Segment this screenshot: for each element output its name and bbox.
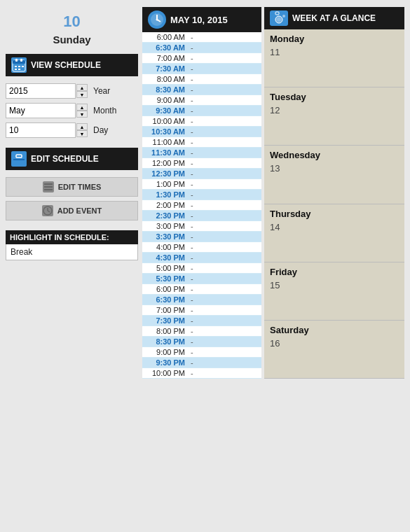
year-down-button[interactable]: ▼ xyxy=(76,91,88,98)
schedule-row: 3:30 PM- xyxy=(142,232,261,242)
schedule-event: - xyxy=(188,95,261,106)
svg-rect-6 xyxy=(22,66,24,67)
schedule-time: 10:00 AM xyxy=(142,116,188,127)
week-day-name: Wednesday xyxy=(270,150,399,160)
schedule-row: 4:00 PM- xyxy=(142,242,261,253)
schedule-event: - xyxy=(188,368,261,379)
svg-point-25 xyxy=(277,18,281,22)
schedule-row: 3:00 PM- xyxy=(142,221,261,232)
schedule-event: - xyxy=(188,53,261,64)
schedule-row: 10:00 PM- xyxy=(142,368,261,379)
schedule-event: - xyxy=(188,169,261,179)
year-input[interactable]: 2015 xyxy=(6,83,76,99)
schedule-event: - xyxy=(188,148,261,158)
svg-point-22 xyxy=(156,19,158,21)
schedule-time: 7:30 AM xyxy=(142,64,188,74)
svg-rect-4 xyxy=(15,66,17,67)
schedule-time: 11:00 AM xyxy=(142,137,188,148)
week-day-number: 16 xyxy=(270,338,399,349)
schedule-time: 10:00 PM xyxy=(142,368,188,379)
schedule-row: 9:00 AM- xyxy=(142,95,261,106)
week-area: WEEK AT A GLANCE Monday11Tuesday12Wednes… xyxy=(264,7,404,379)
sidebar: 10 Sunday VIEW SCHEDULE 2015 xyxy=(6,7,142,379)
schedule-time: 8:00 PM xyxy=(142,326,188,337)
week-day-block: Wednesday13 xyxy=(264,146,404,204)
year-field-row: 2015 ▲ ▼ Year xyxy=(6,83,138,99)
svg-rect-11 xyxy=(13,159,25,160)
schedule-time: 10:30 AM xyxy=(142,127,188,137)
week-day-name: Saturday xyxy=(270,325,399,335)
schedule-event: - xyxy=(188,127,261,137)
schedule-row: 12:30 PM- xyxy=(142,169,261,179)
briefcase-icon xyxy=(11,151,27,167)
svg-rect-14 xyxy=(44,189,53,190)
schedule-row: 7:30 PM- xyxy=(142,316,261,326)
svg-rect-8 xyxy=(18,69,20,70)
day-up-button[interactable]: ▲ xyxy=(76,123,88,130)
schedule-time: 1:00 PM xyxy=(142,179,188,190)
view-schedule-button[interactable]: VIEW SCHEDULE xyxy=(6,54,138,76)
svg-rect-26 xyxy=(275,12,279,15)
schedule-time: 3:30 PM xyxy=(142,232,188,242)
schedule-area: MAY 10, 2015 6:00 AM-6:30 AM-7:00 AM-7:3… xyxy=(142,7,261,379)
schedule-event: - xyxy=(188,358,261,368)
schedule-row: 8:30 PM- xyxy=(142,337,261,347)
schedule-row: 11:30 AM- xyxy=(142,148,261,158)
week-day-number: 12 xyxy=(270,105,399,115)
schedule-time: 2:00 PM xyxy=(142,200,188,211)
svg-rect-5 xyxy=(18,66,20,67)
edit-schedule-label: EDIT SCHEDULE xyxy=(31,154,99,164)
schedule-time: 1:30 PM xyxy=(142,190,188,200)
add-event-button[interactable]: ADD EVENT xyxy=(6,201,138,220)
month-spinner: ▲ ▼ xyxy=(76,104,88,118)
edit-times-button[interactable]: EDIT TIMES xyxy=(6,177,138,197)
month-up-button[interactable]: ▲ xyxy=(76,104,88,111)
main-container: 10 Sunday VIEW SCHEDULE 2015 xyxy=(0,0,410,384)
week-day-block: Tuesday12 xyxy=(264,88,404,146)
week-day-name: Tuesday xyxy=(270,92,399,102)
schedule-time: 5:00 PM xyxy=(142,263,188,274)
month-down-button[interactable]: ▼ xyxy=(76,111,88,118)
edit-schedule-button[interactable]: EDIT SCHEDULE xyxy=(6,148,138,170)
schedule-event: - xyxy=(188,337,261,347)
svg-rect-1 xyxy=(13,60,25,64)
day-label: Day xyxy=(93,125,108,135)
schedule-event: - xyxy=(188,295,261,305)
schedule-time: 12:00 PM xyxy=(142,158,188,169)
schedule-time: 9:00 AM xyxy=(142,95,188,106)
schedule-row: 10:00 AM- xyxy=(142,116,261,127)
schedule-time: 7:30 PM xyxy=(142,316,188,326)
schedule-row: 6:30 PM- xyxy=(142,295,261,305)
day-spinner: ▲ ▼ xyxy=(76,123,88,137)
day-down-button[interactable]: ▼ xyxy=(76,130,88,137)
week-day-block: Friday15 xyxy=(264,262,404,321)
schedule-event: - xyxy=(188,274,261,284)
schedule-event: - xyxy=(188,64,261,74)
schedule-time: 7:00 AM xyxy=(142,53,188,64)
week-day-name: Monday xyxy=(270,34,399,44)
week-day-block: Saturday16 xyxy=(264,321,404,379)
schedule-table: 6:00 AM-6:30 AM-7:00 AM-7:30 AM-8:00 AM-… xyxy=(142,32,261,379)
schedule-row: 1:30 PM- xyxy=(142,190,261,200)
schedule-time: 3:00 PM xyxy=(142,221,188,232)
schedule-row: 8:00 PM- xyxy=(142,326,261,337)
clock-header-icon xyxy=(148,10,166,29)
schedule-event: - xyxy=(188,316,261,326)
schedule-event: - xyxy=(188,43,261,53)
month-input[interactable]: May xyxy=(6,103,76,118)
schedule-time: 8:00 AM xyxy=(142,74,188,85)
schedule-row: 7:00 PM- xyxy=(142,305,261,316)
schedule-row: 9:30 PM- xyxy=(142,358,261,368)
day-input[interactable]: 10 xyxy=(6,122,76,138)
schedule-header: MAY 10, 2015 xyxy=(142,7,261,32)
schedule-time: 2:30 PM xyxy=(142,211,188,221)
schedule-event: - xyxy=(188,263,261,274)
schedule-event: - xyxy=(188,74,261,85)
year-up-button[interactable]: ▲ xyxy=(76,84,88,91)
schedule-time: 12:30 PM xyxy=(142,169,188,179)
calendar-icon xyxy=(11,57,27,73)
schedule-event: - xyxy=(188,305,261,316)
svg-rect-2 xyxy=(15,59,18,62)
day-field-row: 10 ▲ ▼ Day xyxy=(6,122,138,138)
schedule-event: - xyxy=(188,326,261,337)
